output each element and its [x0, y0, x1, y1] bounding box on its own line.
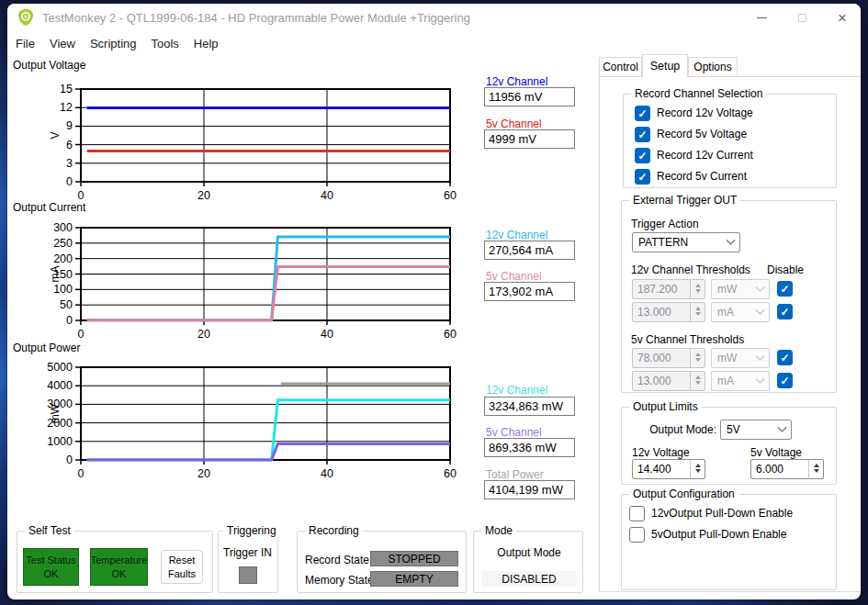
power-12v-label: 12v Channel [486, 384, 547, 397]
svg-text:40: 40 [321, 189, 333, 202]
threshold-12v-power-disable-checkbox[interactable]: ✓ [777, 281, 793, 297]
svg-text:mW: mW [49, 403, 62, 423]
output-current-title: Output Current [13, 201, 85, 214]
threshold-12v-current-input[interactable]: 13.000 [632, 302, 705, 322]
limit-12v-voltage-value: 14.400 [637, 463, 671, 476]
menu-tools[interactable]: Tools [151, 37, 178, 50]
threshold-5v-power-input[interactable]: 78.000 [632, 348, 705, 368]
power-5v-value[interactable]: 869,336 mW [484, 438, 575, 457]
spinner-arrows-icon[interactable] [690, 372, 705, 390]
test-status-indicator: Test Status OK [23, 548, 79, 586]
chevron-down-icon [778, 422, 787, 431]
svg-text:250: 250 [53, 237, 73, 250]
threshold-12v-power-unit-select[interactable]: mW [711, 279, 770, 299]
app-window: TestMonkey 2 - QTL1999-06-184 - HD Progr… [7, 4, 861, 599]
reset-faults-button[interactable]: Reset Faults [161, 550, 203, 584]
threshold-5v-current-disable-checkbox[interactable]: ✓ [777, 373, 793, 388]
svg-text:40: 40 [321, 467, 333, 480]
svg-text:20: 20 [197, 467, 210, 480]
triggering-title: Triggering [223, 524, 280, 537]
limit-5v-voltage-label: 5v Voltage [750, 446, 802, 459]
window-title: TestMonkey 2 - QTL1999-06-184 - HD Progr… [42, 11, 470, 25]
svg-text:0: 0 [78, 189, 85, 202]
menu-help[interactable]: Help [194, 37, 219, 50]
threshold-5v-power-unit-select[interactable]: mW [711, 348, 770, 368]
chevron-down-icon [756, 305, 765, 314]
threshold-12v-current-disable-checkbox[interactable]: ✓ [777, 304, 793, 319]
power-12v-value[interactable]: 3234,863 mW [484, 397, 575, 416]
check-icon: ✓ [780, 353, 789, 364]
record-channel-selection-group: Record Channel Selection ✓ Record 12v Vo… [623, 94, 837, 188]
record-12v-current-checkbox[interactable]: ✓ [635, 148, 650, 163]
tab-options[interactable]: Options [688, 57, 738, 76]
record-5v-voltage-label: Record 5v Voltage [657, 128, 747, 140]
spinner-arrows-icon[interactable] [690, 280, 705, 298]
threshold-12v-current-unit-select[interactable]: mA [711, 302, 770, 322]
chevron-down-icon [727, 235, 736, 244]
record-12v-voltage-label: Record 12v Voltage [657, 106, 753, 119]
output-configuration-group: Output Configuration ✓ 12vOutput Pull-Do… [621, 494, 837, 590]
svg-text:50: 50 [60, 298, 73, 311]
menu-scripting[interactable]: Scripting [90, 37, 137, 50]
output-limits-group: Output Limits Output Mode: 5V 12v Voltag… [621, 407, 837, 485]
memory-state-label: Memory State: [305, 574, 377, 587]
self-test-title: Self Test [25, 524, 74, 537]
spinner-arrows-icon[interactable] [690, 303, 705, 321]
svg-text:12: 12 [60, 101, 73, 114]
recording-group: Recording Record State: STOPPED Memory S… [297, 531, 467, 593]
svg-text:6: 6 [66, 139, 73, 151]
svg-text:60: 60 [444, 328, 457, 341]
limit-5v-voltage-input[interactable]: 6.000 [750, 459, 824, 479]
spinner-arrows-icon[interactable] [690, 460, 705, 478]
check-icon: ✓ [637, 108, 647, 119]
svg-text:4000: 4000 [47, 379, 73, 392]
thresholds-5v-title: 5v Channel Thresholds [631, 333, 744, 346]
threshold-5v-power-disable-checkbox[interactable]: ✓ [777, 350, 793, 365]
total-power-value[interactable]: 4104,199 mW [484, 480, 575, 499]
threshold-12v-power-input[interactable]: 187.200 [632, 279, 705, 299]
svg-text:9: 9 [66, 119, 73, 132]
trigger-action-select[interactable]: PATTERN [632, 232, 740, 252]
tab-setup[interactable]: Setup [642, 54, 688, 77]
record-5v-voltage-checkbox[interactable]: ✓ [635, 127, 650, 142]
output-power-title: Output Power [13, 342, 80, 354]
check-icon: ✓ [780, 307, 789, 318]
svg-text:40: 40 [321, 328, 333, 341]
spinner-arrows-icon[interactable] [808, 460, 823, 478]
svg-text:300: 300 [53, 221, 73, 234]
close-button[interactable]: × [822, 4, 861, 31]
svg-text:100: 100 [53, 283, 73, 296]
output-power-chart: 0100020003000400050000204060mW [9, 354, 476, 489]
output-mode-select[interactable]: 5V [720, 420, 792, 440]
minimize-button[interactable] [741, 4, 782, 31]
current-5v-value[interactable]: 173,902 mA [484, 282, 575, 301]
menu-view[interactable]: View [50, 37, 75, 50]
voltage-5v-value[interactable]: 4999 mV [484, 129, 575, 149]
threshold-5v-current-unit-select[interactable]: mA [711, 371, 770, 391]
menu-file[interactable]: File [16, 37, 35, 50]
limit-12v-voltage-input[interactable]: 14.400 [632, 459, 705, 479]
pulldown-5v-checkbox[interactable]: ✓ [629, 527, 645, 543]
output-voltage-title: Output Voltage [13, 59, 85, 72]
svg-text:5000: 5000 [47, 361, 73, 374]
record-12v-current-label: Record 12v Current [657, 149, 753, 162]
pulldown-12v-checkbox[interactable]: ✓ [629, 506, 645, 521]
output-mode-state-indicator: DISABLED [481, 571, 577, 587]
svg-text:15: 15 [60, 83, 73, 95]
voltage-5v-label: 5v Channel [486, 118, 542, 130]
spinner-arrows-icon[interactable] [690, 349, 705, 367]
svg-text:60: 60 [444, 467, 457, 480]
maximize-button[interactable] [782, 4, 822, 31]
record-5v-current-checkbox[interactable]: ✓ [635, 169, 650, 185]
minimize-icon [757, 17, 767, 18]
voltage-12v-value[interactable]: 11956 mV [484, 87, 575, 106]
threshold-12v-power-value: 187.200 [637, 283, 677, 296]
output-current-chart: 0501001502002503000204060mA [9, 215, 476, 350]
record-12v-voltage-checkbox[interactable]: ✓ [635, 106, 650, 121]
title-bar[interactable]: TestMonkey 2 - QTL1999-06-184 - HD Progr… [7, 4, 861, 31]
threshold-5v-current-input[interactable]: 13.000 [632, 371, 705, 391]
check-icon: ✓ [637, 172, 647, 183]
tab-control[interactable]: Control [599, 57, 642, 76]
current-12v-value[interactable]: 270,564 mA [484, 241, 575, 260]
threshold-5v-power-value: 78.000 [637, 352, 671, 364]
